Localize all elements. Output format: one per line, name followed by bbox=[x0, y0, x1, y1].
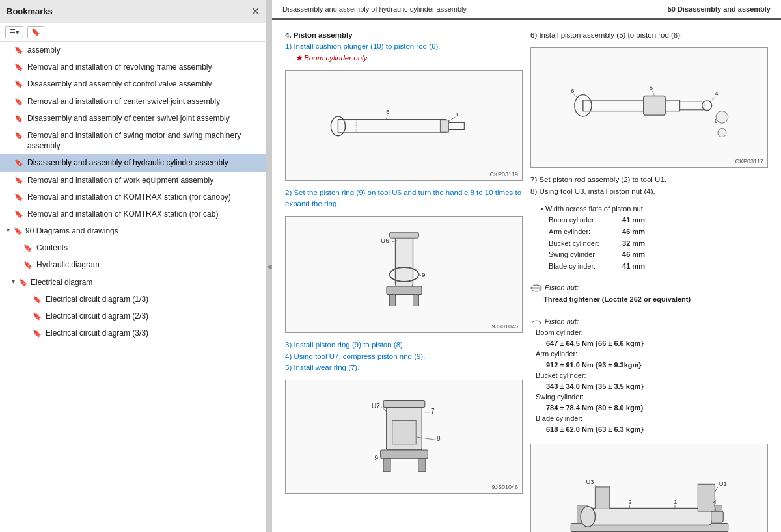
svg-line-7 bbox=[448, 117, 455, 121]
bookmark-icon: 🔖 bbox=[14, 97, 23, 107]
diagram-5-svg: U3 U1 2 1 4 bbox=[565, 449, 734, 532]
bookmark-label: Contents bbox=[36, 243, 261, 253]
svg-text:U3: U3 bbox=[586, 479, 594, 485]
svg-line-41 bbox=[652, 91, 654, 96]
step4-3b: 4) Using tool U7, compress piston ring (… bbox=[285, 352, 425, 360]
svg-rect-59 bbox=[698, 484, 715, 511]
svg-rect-26 bbox=[392, 421, 415, 444]
bookmark-icon: 🔖 bbox=[14, 79, 23, 89]
bookmark-label: assembly bbox=[27, 45, 261, 55]
piston-nut-section: Piston nut: Thread tightener (Loctite 26… bbox=[530, 282, 768, 305]
bookmark-item-elec3[interactable]: 🔖 Electrical circuit diagram (3/3) bbox=[0, 325, 266, 341]
bookmark-item-contents[interactable]: 🔖 Contents bbox=[0, 239, 266, 256]
torque-section: Piston nut: Boom cylinder:647 ± 64.5 Nm … bbox=[530, 316, 768, 435]
spec-row: Bucket cylinder: 32 mm bbox=[549, 238, 768, 250]
svg-rect-29 bbox=[418, 459, 425, 472]
step8: 8) Using tool U3, install piston nut (4)… bbox=[530, 187, 655, 195]
section-electrical[interactable]: ▾ 🔖 Electrical diagram bbox=[0, 274, 266, 291]
bookmark-item-revolving-frame[interactable]: 🔖 Removal and installation of revolving … bbox=[0, 59, 266, 75]
svg-point-54 bbox=[581, 506, 595, 527]
svg-text:2: 2 bbox=[628, 499, 631, 505]
bookmark-label: Disassembly and assembly of hydraulic cy… bbox=[27, 157, 261, 168]
page-header: Disassembly and assembly of hydraulic cy… bbox=[272, 0, 781, 20]
section-diagrams-label: 90 Diagrams and drawings bbox=[25, 226, 118, 236]
svg-line-43 bbox=[709, 97, 714, 101]
bookmark-icon: 🔖 bbox=[14, 62, 23, 72]
section-diagrams[interactable]: ▾ 🔖 90 Diagrams and drawings bbox=[0, 222, 266, 239]
torque-rows: Boom cylinder:647 ± 64.5 Nm {66 ± 6.6 kg… bbox=[530, 327, 768, 434]
svg-point-45 bbox=[717, 128, 726, 137]
collapse-icon: ▾ bbox=[12, 277, 15, 286]
bookmark-button[interactable]: 🔖 bbox=[27, 26, 44, 38]
sidebar-header: Bookmarks ✕ bbox=[0, 0, 266, 23]
diagram-5: U3 U1 2 1 4 CLP03116 bbox=[530, 444, 768, 532]
spec-list: • Width across flats of piston nut Boom … bbox=[530, 204, 768, 273]
svg-rect-0 bbox=[338, 120, 446, 133]
diagram-4: 6 5 4 1 CKP03117 bbox=[530, 47, 768, 168]
bookmark-label: Hydraulic diagram bbox=[36, 259, 261, 270]
thread-label: Thread tightener (Loctite 262 or equival… bbox=[530, 294, 768, 306]
svg-text:1: 1 bbox=[714, 118, 717, 124]
spec-row: Arm cylinder: 46 mm bbox=[549, 226, 768, 238]
diagram-2: U6 9 9JS01045 bbox=[285, 216, 523, 333]
bookmark-icon: 🔖 bbox=[14, 114, 23, 124]
svg-rect-56 bbox=[595, 487, 609, 509]
header-left: Disassembly and assembly of hydraulic cy… bbox=[282, 5, 467, 13]
svg-rect-19 bbox=[413, 295, 418, 306]
bookmark-item-work-equipment[interactable]: 🔖 Removal and installation of work equip… bbox=[0, 172, 266, 189]
spec-row: Blade cylinder: 41 mm bbox=[549, 261, 768, 273]
svg-rect-10 bbox=[395, 233, 413, 286]
bookmark-item-control-valve[interactable]: 🔖 Disassembly and assembly of control va… bbox=[0, 75, 266, 92]
svg-rect-18 bbox=[389, 295, 395, 306]
bookmark-item-komtrax-cab[interactable]: 🔖 Removal and installation of KOMTRAX st… bbox=[0, 206, 266, 222]
main-body: 4. Piston assembly 1) Install cushion pl… bbox=[272, 20, 781, 532]
bookmark-icon: 🔖 bbox=[33, 295, 42, 304]
step6-heading: 6) Install piston assembly (5) to piston… bbox=[530, 30, 768, 41]
torque-row: Arm cylinder:912 ± 91.0 Nm {93 ± 9.3kgm} bbox=[536, 349, 768, 370]
bookmark-item-center-swivel-dis[interactable]: 🔖 Disassembly and assembly of center swi… bbox=[0, 110, 266, 127]
step4-345: 3) Install piston ring (9) to piston (8)… bbox=[285, 339, 523, 373]
step6-title: 6) Install piston assembly (5) to piston… bbox=[530, 31, 682, 39]
svg-rect-53 bbox=[588, 508, 711, 525]
bookmark-label: Removal and installation of center swive… bbox=[27, 96, 261, 107]
bookmark-icon: 🔖 bbox=[23, 243, 33, 253]
svg-point-37 bbox=[702, 101, 711, 111]
bookmark-icon: 🔖 bbox=[14, 193, 23, 202]
thread-icon bbox=[530, 284, 542, 292]
torque-row: Bucket cylinder:343 ± 34.0 Nm {35 ± 3.5 … bbox=[536, 370, 768, 392]
bookmark-item-assembly[interactable]: 🔖 assembly bbox=[0, 42, 266, 59]
svg-text:9: 9 bbox=[422, 271, 426, 278]
bookmark-item-komtrax-canopy[interactable]: 🔖 Removal and installation of KOMTRAX st… bbox=[0, 189, 266, 206]
bookmark-item-elec2[interactable]: 🔖 Electrical circuit diagram (2/3) bbox=[0, 308, 266, 325]
svg-text:U1: U1 bbox=[719, 481, 726, 487]
sidebar-title: Bookmarks bbox=[7, 7, 53, 16]
bookmark-label: Removal and installation of work equipme… bbox=[27, 175, 261, 185]
bookmark-item-elec1[interactable]: 🔖 Electrical circuit diagram (1/3) bbox=[0, 291, 266, 308]
bookmark-item-hydraulic-diagram[interactable]: 🔖 Hydraulic diagram bbox=[0, 256, 266, 273]
main-content: Disassembly and assembly of hydraulic cy… bbox=[272, 0, 781, 532]
svg-text:6: 6 bbox=[386, 109, 389, 115]
torque-header: Piston nut: bbox=[545, 316, 579, 328]
svg-rect-23 bbox=[383, 401, 425, 408]
bookmark-item-hydraulic-cylinder[interactable]: 🔖 Disassembly and assembly of hydraulic … bbox=[0, 154, 266, 171]
svg-text:U6: U6 bbox=[381, 237, 389, 244]
svg-rect-27 bbox=[380, 450, 428, 459]
bookmark-icon: 🔖 bbox=[14, 209, 23, 219]
diagram-3-label: 9JS01046 bbox=[491, 484, 518, 490]
svg-rect-36 bbox=[679, 101, 704, 110]
sidebar-list: 🔖 assembly 🔖 Removal and installation of… bbox=[0, 42, 266, 532]
svg-line-4 bbox=[386, 115, 387, 119]
step4-heading: 4. Piston assembly 1) Install cushion pl… bbox=[285, 30, 523, 64]
sidebar-toolbar: ☰▾ 🔖 bbox=[0, 23, 266, 42]
svg-text:U7: U7 bbox=[372, 403, 380, 410]
layout-toggle-button[interactable]: ☰▾ bbox=[5, 26, 23, 38]
spec-header-bullet: • Width across flats of piston nut bbox=[530, 204, 768, 215]
right-column: 6) Install piston assembly (5) to piston… bbox=[530, 30, 768, 532]
diagram-1-svg: 6 10 bbox=[326, 83, 482, 168]
close-button[interactable]: ✕ bbox=[251, 7, 260, 17]
piston-nut-header: Piston nut: bbox=[545, 282, 579, 294]
bookmark-item-swing-motor[interactable]: 🔖 Removal and installation of swing moto… bbox=[0, 127, 266, 154]
bookmark-item-center-swivel[interactable]: 🔖 Removal and installation of center swi… bbox=[0, 93, 266, 110]
resize-handle[interactable] bbox=[267, 0, 272, 532]
svg-rect-55 bbox=[711, 511, 723, 522]
